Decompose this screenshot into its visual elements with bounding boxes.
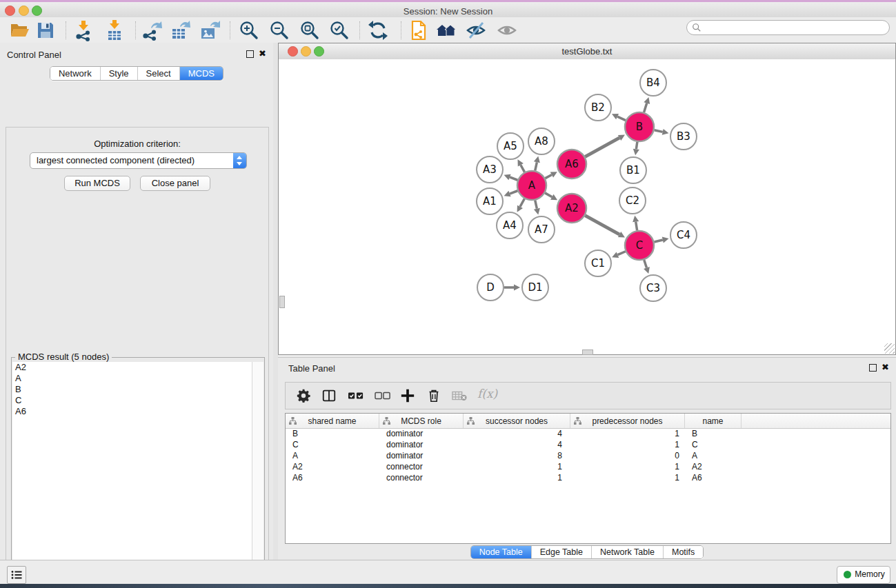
table-cell[interactable]: connector: [379, 473, 464, 483]
export-network-icon[interactable]: [141, 19, 163, 41]
import-table-icon[interactable]: [103, 19, 126, 41]
table-cell[interactable]: 1: [464, 462, 570, 472]
result-item[interactable]: A2: [12, 362, 252, 373]
close-panel-icon[interactable]: ✖: [259, 50, 266, 57]
delete-column-trash-icon[interactable]: [426, 388, 441, 403]
table-float-panel-icon[interactable]: [869, 364, 877, 372]
zoom-selected-icon[interactable]: [328, 19, 350, 41]
table-tab-network-table[interactable]: Network Table: [592, 546, 664, 558]
network-graph[interactable]: B4B2BB3A8A5A6B1A3AC2A1A2A4A7C4CC1C3DD1: [279, 59, 895, 349]
table-cell[interactable]: connector: [379, 462, 464, 472]
graph-edge[interactable]: [545, 175, 551, 179]
table-cell[interactable]: 1: [570, 440, 685, 449]
graph-edge[interactable]: [510, 177, 517, 180]
column-header[interactable]: predecessor nodes: [570, 414, 685, 428]
network-window-titlebar[interactable]: testGlobe.txt: [279, 43, 895, 60]
memory-button[interactable]: Memory: [837, 566, 890, 584]
table-row[interactable]: A6connector11A6: [286, 472, 890, 483]
table-cell[interactable]: B: [685, 429, 741, 438]
result-item[interactable]: A6: [12, 406, 252, 417]
function-builder-icon[interactable]: f(x): [477, 387, 497, 401]
task-history-button[interactable]: [7, 566, 26, 584]
table-cell[interactable]: 8: [464, 451, 570, 460]
result-scrollbar[interactable]: [252, 362, 263, 588]
node-table[interactable]: shared nameMCDS rolesuccessor nodesprede…: [285, 413, 891, 544]
graph-edge[interactable]: [644, 260, 647, 268]
graph-edge[interactable]: [585, 138, 619, 156]
optimization-criterion-dropdown[interactable]: largest connected component (directed): [30, 152, 247, 169]
zoom-fit-icon[interactable]: [299, 19, 321, 41]
table-cell[interactable]: B: [286, 429, 379, 438]
new-network-from-selection-icon[interactable]: [407, 19, 429, 41]
graph-edge[interactable]: [644, 103, 647, 112]
table-cell[interactable]: A2: [286, 462, 379, 472]
select-all-checkboxes-icon[interactable]: [348, 388, 364, 403]
table-cell[interactable]: 1: [570, 462, 685, 472]
table-row[interactable]: A2connector11A2: [286, 461, 890, 472]
graph-edge[interactable]: [585, 216, 619, 234]
table-cell[interactable]: A2: [685, 462, 741, 472]
table-cell[interactable]: 4: [464, 440, 570, 449]
zoom-in-icon[interactable]: [238, 19, 260, 41]
save-session-icon[interactable]: [34, 19, 57, 41]
table-cell[interactable]: A: [286, 451, 379, 460]
table-cell[interactable]: A6: [685, 473, 741, 483]
column-header[interactable]: shared name: [286, 414, 379, 428]
zoom-out-icon[interactable]: [268, 19, 290, 41]
close-panel-button[interactable]: Close panel: [140, 176, 210, 191]
export-image-icon[interactable]: [199, 19, 221, 41]
table-cell[interactable]: A6: [286, 473, 379, 483]
graph-edge[interactable]: [636, 222, 637, 231]
graph-edge[interactable]: [535, 162, 537, 170]
table-cell[interactable]: dominator: [379, 451, 464, 460]
table-tab-motifs[interactable]: Motifs: [664, 546, 703, 558]
column-header[interactable]: name: [685, 414, 741, 428]
table-cell[interactable]: 0: [570, 451, 685, 460]
import-network-icon[interactable]: [72, 19, 94, 41]
export-table-icon[interactable]: [169, 19, 191, 41]
open-session-icon[interactable]: [8, 19, 30, 41]
table-cell[interactable]: 1: [570, 473, 685, 483]
search-box[interactable]: [686, 20, 890, 35]
column-selector-icon[interactable]: [321, 388, 337, 403]
table-cell[interactable]: C: [286, 440, 379, 449]
deselect-all-checkboxes-icon[interactable]: [375, 388, 391, 403]
table-tab-node-table[interactable]: Node Table: [471, 546, 532, 558]
table-tab-edge-table[interactable]: Edge Table: [532, 546, 592, 558]
graph-edge[interactable]: [535, 200, 537, 208]
table-settings-gear-icon[interactable]: [296, 388, 311, 403]
float-panel-icon[interactable]: [246, 50, 254, 58]
delete-table-icon[interactable]: [451, 388, 468, 403]
tab-network[interactable]: Network: [50, 67, 101, 80]
graph-edge[interactable]: [617, 252, 625, 255]
table-cell[interactable]: C: [685, 440, 741, 449]
bottom-edge-handle[interactable]: [582, 349, 593, 355]
column-header[interactable]: MCDS role: [379, 414, 464, 428]
graph-edge[interactable]: [545, 193, 552, 197]
column-header[interactable]: successor nodes: [464, 414, 570, 428]
graph-edge[interactable]: [520, 199, 524, 207]
graph-edge[interactable]: [510, 191, 517, 194]
run-mcds-button[interactable]: Run MCDS: [64, 176, 130, 191]
graph-edge[interactable]: [636, 142, 637, 150]
graph-edge[interactable]: [521, 165, 525, 172]
tab-style[interactable]: Style: [101, 67, 138, 80]
network-canvas[interactable]: B4B2BB3A8A5A6B1A3AC2A1A2A4A7C4CC1C3DD1: [279, 59, 895, 349]
table-cell[interactable]: dominator: [379, 440, 464, 449]
tab-mcds[interactable]: MCDS: [180, 67, 223, 80]
result-item[interactable]: B: [12, 384, 252, 395]
table-close-panel-icon[interactable]: ✖: [882, 364, 889, 371]
graph-edge[interactable]: [654, 130, 662, 132]
hide-selected-eye-icon[interactable]: [465, 19, 487, 41]
table-cell[interactable]: 1: [570, 429, 685, 438]
add-column-plus-icon[interactable]: [400, 388, 415, 403]
result-item[interactable]: C: [12, 395, 252, 406]
refresh-icon[interactable]: [367, 19, 389, 41]
left-edge-handle[interactable]: [279, 296, 285, 308]
graph-edge[interactable]: [617, 116, 626, 121]
graph-edge[interactable]: [654, 240, 662, 242]
table-row[interactable]: Adominator80A: [286, 450, 890, 461]
search-input[interactable]: [704, 21, 886, 34]
window-resize-grip[interactable]: [884, 343, 895, 354]
panel-splitter[interactable]: [273, 43, 278, 560]
